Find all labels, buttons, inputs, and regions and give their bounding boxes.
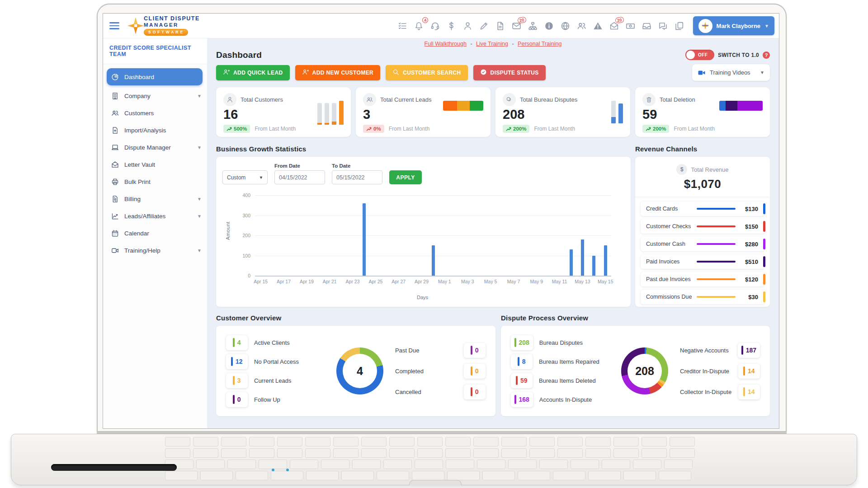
warning-icon[interactable] (593, 21, 603, 31)
revenue-accent (763, 274, 765, 285)
sidebar-item-label: Dispute Manager (124, 144, 171, 151)
page-title: Dashboard (216, 50, 262, 60)
overview-item-label: Completed (395, 368, 424, 375)
chevron-down-icon: ▼ (259, 175, 263, 180)
inbox-icon[interactable] (642, 21, 651, 31)
headset-icon[interactable] (430, 21, 440, 31)
overview-count-card: 14 (738, 364, 760, 379)
sidebar-item-calendar[interactable]: Calendar (103, 225, 207, 242)
chart-bar[interactable] (581, 239, 584, 276)
x-tick-label: Apr 15 (251, 276, 271, 284)
customer-search-button[interactable]: CUSTOMER SEARCH (386, 65, 467, 80)
mini-bar-chart (443, 101, 483, 111)
pen-icon[interactable] (479, 21, 489, 31)
link-personal-training[interactable]: Personal Training (518, 41, 561, 47)
add-quick-lead-button[interactable]: ADD QUICK LEAD (216, 65, 290, 80)
overview-count-card: 0 (226, 392, 248, 407)
x-tick-label: May 15 (595, 276, 615, 284)
overview-count-card: 0 (464, 364, 486, 379)
envelope-icon[interactable]: 20 (512, 21, 521, 31)
revenue-row-paid-invoices[interactable]: Paid Invoices$510 (641, 254, 764, 269)
stat-note: From Last Month (534, 126, 575, 132)
hamburger-menu-icon[interactable] (109, 20, 119, 31)
list-check-icon[interactable] (398, 21, 407, 31)
sidebar-item-dispute-manager[interactable]: Dispute Manager▼ (103, 139, 207, 156)
version-toggle[interactable]: OFF (685, 50, 714, 60)
revenue-value: $280 (745, 241, 758, 248)
revenue-row-customer-cash[interactable]: Customer Cash$280 (641, 237, 764, 251)
user-menu-button[interactable]: Mark Clayborne ▼ (693, 16, 774, 35)
sidebar-item-label: Dashboard (124, 74, 154, 80)
user-plus-icon (223, 69, 230, 77)
x-tick-label: May 9 (527, 276, 547, 284)
x-tick-label: May 5 (481, 276, 500, 284)
chart-bar[interactable] (570, 249, 573, 276)
apply-button[interactable]: APPLY (389, 170, 422, 184)
globe-icon[interactable] (561, 21, 570, 31)
add-new-customer-button[interactable]: ADD NEW CUSTOMER (295, 65, 381, 80)
envelope-open-icon[interactable]: 20 (609, 21, 619, 31)
x-tick-label: Apr 29 (412, 276, 432, 284)
y-axis-label: Amount (225, 221, 231, 240)
users-icon[interactable] (577, 21, 586, 31)
info-circle-icon[interactable] (544, 21, 554, 31)
sitemap-icon[interactable] (528, 21, 538, 31)
sidebar-item-letter-vault[interactable]: Letter Vault (103, 156, 207, 173)
sidebar-item-label: Customers (124, 110, 154, 117)
revenue-row-credit-cards[interactable]: Credit Cards$130 (641, 202, 764, 216)
x-tick-label: May 7 (504, 276, 524, 284)
chat-icon[interactable] (658, 21, 668, 31)
walkthrough-links: Full Walkthrough - Live Training - Perso… (216, 41, 770, 47)
revenue-row-customer-checks[interactable]: Customer Checks$150 (641, 219, 764, 234)
revenue-value: $510 (745, 258, 758, 265)
x-tick-label: Apr 17 (274, 276, 294, 284)
file-invoice-icon (111, 195, 119, 203)
link-full-walkthrough[interactable]: Full Walkthrough (425, 41, 467, 47)
chart-bar[interactable] (432, 245, 435, 276)
chart-bar[interactable] (592, 256, 595, 276)
sidebar-item-dashboard[interactable]: Dashboard (107, 68, 203, 85)
sidebar-item-leads-affiliates[interactable]: Leads/Affiliates▼ (103, 207, 207, 225)
chart-bar[interactable] (363, 203, 366, 276)
help-question-icon[interactable]: ? (763, 52, 770, 59)
user-icon[interactable] (463, 21, 472, 31)
dollar-icon[interactable] (447, 21, 456, 31)
revenue-value: $150 (745, 223, 758, 230)
team-label: CREDIT SCORE SPECIALIST TEAM (103, 38, 207, 64)
chart-bar[interactable] (604, 245, 607, 276)
sidebar-item-training-help[interactable]: Training/Help▼ (103, 242, 207, 259)
trash-icon (642, 93, 656, 106)
sidebar-item-import-analysis[interactable]: Import/Analysis (103, 122, 207, 139)
money-bill-icon[interactable] (626, 21, 635, 31)
bell-icon[interactable]: 4 (414, 21, 424, 31)
overview-item-label: Negative Accounts (680, 347, 729, 354)
overview-count-card: 8 (511, 354, 533, 369)
avatar (698, 19, 712, 33)
to-date-input[interactable] (332, 170, 382, 184)
revenue-row-commissions-due[interactable]: Commissions Due$30 (641, 290, 764, 304)
laptop-lid-notch (409, 480, 462, 485)
overview-count-card: 208 (511, 335, 533, 350)
video-icon (698, 69, 706, 77)
sidebar-item-bulk-print[interactable]: Bulk Print (103, 173, 207, 190)
sidebar-item-company[interactable]: Company▼ (103, 87, 207, 104)
sidebar-item-label: Bulk Print (124, 178, 151, 185)
sidebar-item-billing[interactable]: Billing▼ (103, 190, 207, 207)
revenue-accent (763, 291, 765, 302)
copy-icon[interactable] (675, 21, 684, 31)
overview-item: Cancelled0 (395, 385, 486, 399)
training-videos-dropdown[interactable]: Training Videos ▼ (692, 64, 770, 81)
dispute-status-button[interactable]: DISPUTE STATUS (473, 65, 546, 80)
x-tick-label: May 3 (458, 276, 477, 284)
stat-note: From Last Month (674, 126, 715, 132)
to-date-label: To Date (332, 163, 382, 169)
app-logo[interactable]: CLIENT DISPUTE MANAGER SOFTWARE (127, 16, 200, 36)
dispute-overview-panel: 208Bureau Disputes8Bureau Items Repaired… (501, 326, 770, 416)
sidebar-item-customers[interactable]: Customers (103, 104, 207, 122)
from-date-input[interactable] (274, 170, 325, 184)
file-icon[interactable] (495, 21, 505, 31)
revenue-row-past-due-invoices[interactable]: Past due Invoices$120 (641, 272, 764, 286)
date-range-select[interactable]: Custom ▼ (222, 170, 268, 184)
stat-label: Total Customers (241, 96, 283, 103)
link-live-training[interactable]: Live Training (476, 41, 508, 47)
